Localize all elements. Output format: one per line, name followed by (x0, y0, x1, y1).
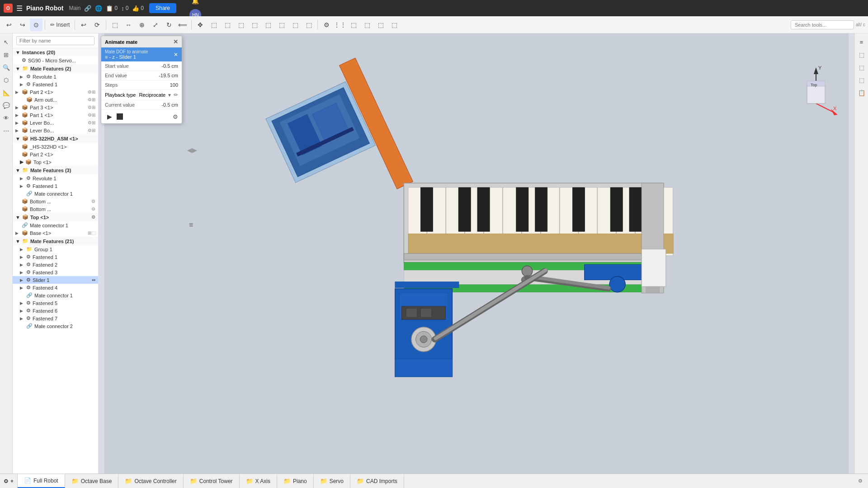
item-mate-connector-1b[interactable]: 🔗 Mate connector 1 (13, 221, 98, 229)
settings-icon[interactable]: ⚙ (173, 113, 178, 120)
toolbar-btn-4[interactable]: ↔ (122, 19, 135, 31)
left-icon-comment[interactable]: 💬 (1, 100, 11, 110)
toolbar-btn-7[interactable]: ↻ (163, 19, 175, 31)
hs322-header[interactable]: ▼ 📦 HS-322HD_ASM <1> (13, 134, 98, 143)
toolbar-btn-5[interactable]: ⊕ (136, 19, 148, 31)
tab-octave-base[interactable]: 📁 Octave Base (65, 474, 119, 488)
toolbar-back[interactable]: ↩ (3, 19, 15, 31)
toolbar-btn-15[interactable]: ⬚ (275, 19, 288, 31)
item-sg90[interactable]: ⚙ SG90 - Micro Servo... (13, 56, 98, 64)
status-settings[interactable]: ⚙ + (0, 474, 18, 488)
toolbar-btn-9[interactable]: ✥ (194, 19, 207, 31)
notification-icon[interactable]: 🔔 (192, 0, 199, 5)
mate-features-2-header[interactable]: ▼ 📁 Mate Features (2) (13, 64, 98, 73)
item-fastened-2[interactable]: ▶ ⚙ Fastened 2 (13, 261, 98, 268)
toolbar-btn-19[interactable]: ⋮⋮ (334, 19, 346, 31)
toolbar-btn-3[interactable]: ⬚ (108, 19, 121, 31)
counter-arrows[interactable]: ↕0 (121, 5, 128, 12)
viewport[interactable]: Animate mate ✕ Mate DOF to animate ≡ - z… (99, 33, 854, 474)
item-mate-connector-1a[interactable]: 🔗 Mate connector 1 (13, 190, 98, 197)
share-button[interactable]: Share (149, 3, 176, 13)
animate-close-button[interactable]: ✕ (173, 38, 178, 45)
item-fastened-7[interactable]: ▶ ⚙ Fastened 7 (13, 314, 98, 322)
toolbar-insert[interactable]: ✏ Insert (47, 19, 72, 31)
item-base-1[interactable]: ▶ 📦 Base <1> ⊞⬚ (13, 229, 98, 237)
right-icon-display[interactable]: ⬚ (857, 75, 867, 85)
play-button[interactable]: ▶ (105, 112, 114, 121)
dof-close-button[interactable]: ✕ (174, 52, 178, 58)
toolbar-btn-1[interactable]: ↩ (77, 19, 90, 31)
toolbar-btn-14[interactable]: ⬚ (262, 19, 274, 31)
tab-cad-imports[interactable]: 📁 CAD Imports (350, 474, 404, 488)
item-fastened-4[interactable]: ▶ ⚙ Fastened 4 (13, 284, 98, 291)
toolbar-btn-18[interactable]: ⚙ (320, 19, 333, 31)
toolbar-btn-23[interactable]: ⬚ (388, 19, 401, 31)
toolbar-btn-12[interactable]: ⬚ (235, 19, 247, 31)
tab-servo[interactable]: 📁 Servo (314, 474, 350, 488)
item-revolute-1[interactable]: ▶ ⚙ Revolute 1 (13, 73, 98, 80)
item-fastened-1a[interactable]: ▶ ⚙ Fastened 1 (13, 80, 98, 88)
item-top-1[interactable]: ▶ 📦 Top <1> (13, 158, 98, 166)
item-part3-1[interactable]: ▶ 📦 Part 3 <1> ⚙⊞ (13, 103, 98, 111)
toolbar-btn-11[interactable]: ⬚ (221, 19, 234, 31)
item-bottom-2[interactable]: 📦 Bottom ... ⚙ (13, 205, 98, 213)
tab-control-tower[interactable]: 📁 Control Tower (184, 474, 240, 488)
item-slider-1[interactable]: ▶ ⚙ Slider 1 ⇔ (13, 276, 98, 284)
tab-octave-controller[interactable]: 📁 Octave Controller (118, 474, 183, 488)
mate-features-3-header[interactable]: ▼ 📁 Mate Features (3) (13, 166, 98, 174)
menu-icon[interactable]: ☰ (16, 4, 23, 13)
search-input[interactable] (791, 20, 854, 29)
item-fastened-6[interactable]: ▶ ⚙ Fastened 6 (13, 307, 98, 314)
animate-dialog-header[interactable]: Animate mate ✕ (101, 36, 182, 47)
toolbar-home[interactable]: ⊙ (30, 19, 42, 31)
playback-select[interactable]: Reciprocate ▼ ✏ (139, 92, 178, 98)
list-icon[interactable]: ≡ (189, 221, 193, 229)
tab-piano[interactable]: 📁 Piano (277, 474, 314, 488)
playback-chevron[interactable]: ▼ (167, 93, 172, 98)
mate-features-21-header[interactable]: ▼ 📁 Mate Features (21) (13, 237, 98, 245)
left-icon-filter[interactable]: ⊞ (1, 50, 11, 60)
item-part2-1[interactable]: ▶ 📦 Part 2 <1> ⚙⊞ (13, 88, 98, 96)
item-arm-outl[interactable]: 📦 Arm outl... ⚙⊞ (13, 96, 98, 103)
right-icon-layers[interactable]: ⬚ (857, 50, 867, 60)
top-1b-header[interactable]: ▼ 📦 Top <1> ⚙ (13, 213, 98, 221)
right-icon-notes[interactable]: 📋 (857, 88, 867, 98)
resize-handle[interactable]: ◀▶ (187, 146, 197, 154)
toolbar-btn-20[interactable]: ⬚ (347, 19, 360, 31)
toolbar-btn-21[interactable]: ⬚ (361, 19, 373, 31)
item-mate-connector-2[interactable]: 🔗 Mate connector 2 (13, 322, 98, 330)
right-icon-filter[interactable]: ≡ (857, 37, 867, 47)
toolbar-btn-22[interactable]: ⬚ (374, 19, 387, 31)
item-group-1[interactable]: ▶ 📁 Group 1 (13, 245, 98, 253)
toolbar-btn-10[interactable]: ⬚ (208, 19, 220, 31)
tab-full-robot[interactable]: 📄 Full Robot (18, 474, 65, 488)
item-revolute-1b[interactable]: ▶ ⚙ Revolute 1 (13, 174, 98, 182)
left-icon-cursor[interactable]: ↖ (1, 37, 11, 47)
right-icon-properties[interactable]: ⬚ (857, 62, 867, 72)
left-icon-eye[interactable]: 👁 (1, 113, 11, 123)
toolbar-btn-6[interactable]: ⤢ (149, 19, 162, 31)
toolbar-btn-8[interactable]: ⟸ (176, 19, 189, 31)
item-mate-connector-1c[interactable]: 🔗 Mate connector 1 (13, 291, 98, 299)
item-fastened-1c[interactable]: ▶ ⚙ Fastened 1 (13, 182, 98, 190)
item-part2-1b[interactable]: 📦 Part 2 <1> (13, 150, 98, 158)
stop-button[interactable] (117, 113, 123, 120)
globe-icon[interactable]: 🌐 (95, 5, 102, 12)
filter-input[interactable] (16, 36, 94, 45)
item-part1-1[interactable]: ▶ 📦 Part 1 <1> ⚙⊞ (13, 111, 98, 119)
item-hs322hd-inner[interactable]: 📦 _HS-322HD <1> (13, 143, 98, 150)
item-fastened-3[interactable]: ▶ ⚙ Fastened 3 (13, 268, 98, 276)
counter-clipboard[interactable]: 📋0 (106, 5, 118, 12)
left-icon-search[interactable]: 🔍 (1, 62, 11, 72)
toolbar-btn-13[interactable]: ⬚ (248, 19, 261, 31)
toolbar-btn-16[interactable]: ⬚ (289, 19, 302, 31)
toolbar-btn-17[interactable]: ⬚ (302, 19, 315, 31)
item-lever-bo-2[interactable]: ▶ 📦 Lever Bo... ⚙⊞ (13, 127, 98, 134)
toolbar-btn-2[interactable]: ⟳ (91, 19, 104, 31)
item-fastened-5[interactable]: ▶ ⚙ Fastened 5 (13, 299, 98, 307)
left-icon-measure[interactable]: 📐 (1, 88, 11, 98)
counter-thumbs[interactable]: 👍0 (132, 5, 144, 12)
link-icon[interactable]: 🔗 (84, 5, 91, 12)
toolbar-forward[interactable]: ↪ (16, 19, 29, 31)
item-fastened-1d[interactable]: ▶ ⚙ Fastened 1 (13, 253, 98, 261)
